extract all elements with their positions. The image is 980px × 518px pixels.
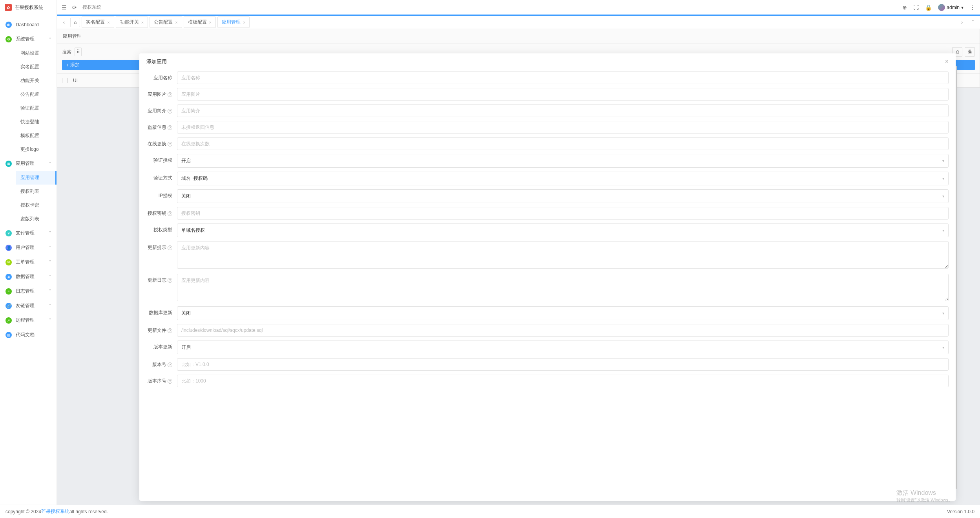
avatar [938,4,945,11]
nav-ticket[interactable]: ✉工单管理˅ [0,255,57,269]
nav-logo[interactable]: 更换logo [16,143,57,156]
help-icon[interactable]: ? [168,142,172,146]
user-icon: 👤 [5,245,12,251]
globe-icon[interactable]: ⊕ [902,4,907,11]
nav-user[interactable]: 👤用户管理˅ [0,240,57,255]
nav-app[interactable]: ▦ 应用管理 ˄ [0,156,57,171]
nav-verify-config[interactable]: 验证配置 [16,101,57,115]
auth-type-select[interactable]: 单域名授权▾ [177,223,949,237]
chevron-down-icon: ˅ [49,245,51,250]
ticket-icon: ✉ [5,259,12,265]
ip-auth-select[interactable]: 关闭▾ [177,189,949,203]
tab-template[interactable]: 模板配置× [184,16,216,28]
help-icon[interactable]: ? [168,328,172,333]
help-icon[interactable]: ? [168,278,172,283]
help-icon[interactable]: ? [168,362,172,367]
nav-docs[interactable]: ▤代码文档 [0,328,57,342]
verify-auth-select[interactable]: 开启▾ [177,154,949,168]
pay-icon: ¥ [5,230,12,236]
auth-key-input[interactable] [177,207,949,220]
breadcrumb: 授权系统 [82,4,101,11]
lock-icon[interactable]: 🔒 [925,4,932,11]
user-menu[interactable]: admin ▾ [938,4,964,11]
chevron-up-icon: ˄ [49,161,51,166]
scrollbar[interactable] [956,66,957,489]
page-body: 应用管理 搜索 ⠿ ⎙ 🖶 +添加 UI [57,29,980,505]
nav-feature-switch[interactable]: 功能开关 [16,74,57,88]
chevron-down-icon: ˅ [49,231,51,235]
content: ☰ ⟳ 授权系统 ⊕ ⛶ 🔒 admin ▾ ⋮ ‹ [57,0,980,505]
nav-license-card[interactable]: 授权卡密 [16,198,57,212]
tabs-prev[interactable]: ‹ [59,18,69,27]
close-icon[interactable]: × [141,20,144,25]
close-icon[interactable]: × [107,20,109,25]
tab-notice[interactable]: 公告配置× [150,16,182,28]
nav-template[interactable]: 模板配置 [16,129,57,143]
collapse-icon[interactable]: ☰ [62,4,67,11]
db-update-select[interactable]: 关闭▾ [177,306,949,320]
nav: ◐ Dashboard ⚙ 系统管理 ˄ 网站设置 实名配置 功能开关 公告配置… [0,15,57,505]
gear-icon: ⚙ [5,36,12,42]
help-icon[interactable]: ? [168,109,172,113]
nav-dashboard[interactable]: ◐ Dashboard [0,18,57,32]
nav-notice[interactable]: 公告配置 [16,88,57,101]
data-icon: ◈ [5,274,12,280]
ver-update-select[interactable]: 开启▾ [177,340,949,354]
caret-down-icon: ▾ [942,345,944,350]
nav-remote[interactable]: ↗远程管理˅ [0,313,57,328]
piracy-input[interactable] [177,121,949,134]
help-icon[interactable]: ? [168,245,172,250]
tab-home[interactable]: ⌂ [70,18,80,27]
help-icon[interactable]: ? [168,211,172,216]
help-icon[interactable]: ? [168,125,172,130]
sidebar: ✿ 芒果授权系统 ◐ Dashboard ⚙ 系统管理 ˄ 网站设置 实名配置 … [0,0,57,505]
update-tip-textarea[interactable] [177,241,949,269]
nav-piracy-list[interactable]: 盗版列表 [16,212,57,226]
app-name-input[interactable] [177,71,949,84]
chevron-down-icon: ˅ [49,275,51,279]
verify-mode-select[interactable]: 域名+授权码▾ [177,172,949,185]
caret-down-icon: ▾ [942,159,944,163]
online-swap-input[interactable] [177,137,949,150]
nav-links[interactable]: 🔗友链管理˅ [0,298,57,313]
nav-data[interactable]: ◈数据管理˅ [0,269,57,284]
nav-realname[interactable]: 实名配置 [16,60,57,74]
nav-license-list[interactable]: 授权列表 [16,185,57,198]
fullscreen-icon[interactable]: ⛶ [913,4,919,11]
nav-site-settings[interactable]: 网站设置 [16,46,57,60]
ver-no-input[interactable] [177,358,949,371]
update-file-input[interactable] [177,324,949,337]
close-icon[interactable]: × [945,58,949,65]
modal-add-app: 添加应用 × 应用名称 应用图片? 应用简介? 盗版信息? 在线更换? 验证授权… [139,53,956,501]
app-intro-input[interactable] [177,104,949,117]
tab-realname[interactable]: 实名配置× [82,16,114,28]
nav-app-manage[interactable]: 应用管理 [16,171,57,185]
tab-app-manage[interactable]: 应用管理× [217,16,250,28]
update-log-textarea[interactable] [177,274,949,301]
close-icon[interactable]: × [175,20,177,25]
tabs-bar: ‹ ⌂ 实名配置× 功能开关× 公告配置× 模板配置× 应用管理× › ˅ [57,16,980,29]
more-icon[interactable]: ⋮ [970,4,975,11]
refresh-icon[interactable]: ⟳ [72,4,77,11]
app-img-input[interactable] [177,88,949,101]
close-icon[interactable]: × [243,20,245,25]
footer-link[interactable]: 芒果授权系统 [41,508,69,515]
close-icon[interactable]: × [209,20,212,25]
nav-app-children: 应用管理 授权列表 授权卡密 盗版列表 [0,171,57,226]
nav-system[interactable]: ⚙ 系统管理 ˄ [0,32,57,46]
tab-feature[interactable]: 功能开关× [116,16,148,28]
nav-log[interactable]: ≡日志管理˅ [0,284,57,298]
help-icon[interactable]: ? [168,92,172,97]
modal-title: 添加应用 [146,58,167,65]
nav-system-children: 网站设置 实名配置 功能开关 公告配置 验证配置 快捷登陆 模板配置 更换log… [0,46,57,156]
nav-pay[interactable]: ¥支付管理˅ [0,226,57,240]
tabs-next[interactable]: › [957,18,967,27]
ver-seq-input[interactable] [177,375,949,387]
app-title: 芒果授权系统 [15,4,43,11]
nav-quick-login[interactable]: 快捷登陆 [16,115,57,129]
chevron-down-icon: ˅ [49,260,51,264]
link-icon: 🔗 [5,303,12,309]
tabs-menu[interactable]: ˅ [968,18,978,27]
help-icon[interactable]: ? [168,379,172,384]
caret-down-icon: ▾ [961,5,964,10]
